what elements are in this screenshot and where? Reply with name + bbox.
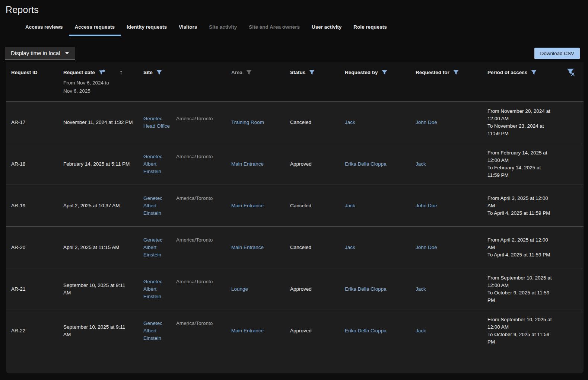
period-from-line: From April 2, 2025 at 12:00 AM xyxy=(487,236,553,251)
area-link[interactable]: Main Entrance xyxy=(231,245,264,250)
display-time-label: Display time in local xyxy=(11,50,60,56)
filter-icon[interactable] xyxy=(156,70,162,75)
cell-period-of-access: From February 14, 2025 at 12:00 AM To Fe… xyxy=(482,149,559,179)
filter-icon[interactable] xyxy=(382,70,387,75)
site-link[interactable]: Genetec Head Office xyxy=(143,115,172,130)
cell-status: Canceled xyxy=(285,244,340,251)
site-link[interactable]: Genetec Albert Einstein xyxy=(143,153,172,175)
requested-by-link[interactable]: Jack xyxy=(345,203,355,208)
cell-request-id: AR-21 xyxy=(6,285,58,293)
cell-requested-for: John Doe xyxy=(410,119,482,126)
cell-requested-by: Erika Della Cioppa xyxy=(340,160,410,168)
requested-by-link[interactable]: Jack xyxy=(345,119,355,125)
tab-identity-requests[interactable]: Identity requests xyxy=(121,20,173,36)
site-link[interactable]: Genetec Albert Einstein xyxy=(143,320,172,342)
clear-filters-icon[interactable] xyxy=(567,68,575,76)
period-from-line: From February 14, 2025 at 12:00 AM xyxy=(487,149,553,164)
area-link[interactable]: Training Room xyxy=(231,119,264,125)
cell-timezone: America/Toronto xyxy=(176,320,213,327)
cell-request-date: February 14, 2025 at 5:11 PM xyxy=(58,160,138,168)
cell-period-of-access: From November 20, 2024 at 12:00 AM To No… xyxy=(482,108,559,137)
area-link[interactable]: Main Entrance xyxy=(231,203,264,208)
requested-by-link[interactable]: Erika Della Cioppa xyxy=(345,161,387,167)
cell-status: Approved xyxy=(285,327,340,335)
cell-area: Lounge xyxy=(226,285,285,293)
requested-for-link[interactable]: Jack xyxy=(416,286,426,292)
caret-down-icon xyxy=(65,52,69,54)
cell-requested-for: John Doe xyxy=(410,244,482,251)
filter-icon[interactable] xyxy=(531,70,537,75)
cell-area: Main Entrance xyxy=(226,327,285,335)
requested-for-link[interactable]: Jack xyxy=(416,161,426,167)
table-row: AR-22 September 10, 2025 at 9:11 AM Gene… xyxy=(6,310,584,351)
table-header: Request ID Request date ↑ From Nov 6, 20… xyxy=(6,62,584,101)
period-from-line: From November 20, 2024 at 12:00 AM xyxy=(487,108,553,122)
column-header-period-of-access: Period of access xyxy=(482,62,559,101)
column-header-requested-by: Requested by xyxy=(340,62,410,101)
requested-for-link[interactable]: Jack xyxy=(416,328,426,333)
cell-timezone: America/Toronto xyxy=(176,236,213,244)
period-from-line: From September 10, 2025 at 12:00 AM xyxy=(487,274,553,289)
cell-request-id: AR-18 xyxy=(6,160,58,168)
tab-access-reviews[interactable]: Access reviews xyxy=(19,20,69,36)
site-link[interactable]: Genetec Albert Einstein xyxy=(143,278,172,300)
cell-site: Genetec Head Office America/Toronto xyxy=(138,115,226,130)
tab-role-requests[interactable]: Role requests xyxy=(347,20,392,36)
cell-request-date: April 2, 2025 at 10:37 AM xyxy=(58,202,138,210)
cell-timezone: America/Toronto xyxy=(176,195,213,202)
cell-request-date: September 10, 2025 at 9:11 AM xyxy=(58,323,138,338)
tab-visitors[interactable]: Visitors xyxy=(173,20,203,36)
cell-site: Genetec Albert Einstein America/Toronto xyxy=(138,153,226,175)
area-link[interactable]: Main Entrance xyxy=(231,161,264,167)
tab-site-activity: Site activity xyxy=(203,20,243,36)
tab-access-requests[interactable]: Access requests xyxy=(69,20,121,36)
cell-timezone: America/Toronto xyxy=(176,153,213,160)
cell-status: Approved xyxy=(285,285,340,293)
cell-timezone: America/Toronto xyxy=(176,115,213,122)
filter-icon[interactable] xyxy=(309,70,315,75)
period-to-line: To April 4, 2025 at 11:59 PM xyxy=(487,210,553,217)
sort-ascending-icon[interactable]: ↑ xyxy=(120,70,123,75)
cell-area: Main Entrance xyxy=(226,202,285,210)
requested-by-link[interactable]: Jack xyxy=(345,245,355,250)
area-link[interactable]: Main Entrance xyxy=(231,328,264,333)
tab-user-activity[interactable]: User activity xyxy=(306,20,347,36)
column-header-site: Site xyxy=(138,62,226,101)
requested-for-link[interactable]: John Doe xyxy=(416,119,437,125)
requested-by-link[interactable]: Erika Della Cioppa xyxy=(345,328,387,333)
download-csv-button[interactable]: Download CSV xyxy=(534,48,580,59)
cell-request-date: September 10, 2025 at 9:11 AM xyxy=(58,282,138,297)
clear-filters-cell xyxy=(559,62,584,101)
cell-site: Genetec Albert Einstein America/Toronto xyxy=(138,320,226,342)
cell-request-date: April 2, 2025 at 11:15 AM xyxy=(58,244,138,251)
cell-requested-for: John Doe xyxy=(410,202,482,210)
cell-request-date: November 11, 2024 at 1:32 PM xyxy=(58,119,138,126)
requested-for-link[interactable]: John Doe xyxy=(416,203,437,208)
table-row: AR-21 September 10, 2025 at 9:11 AM Gene… xyxy=(6,268,584,310)
period-to-line: To November 23, 2024 at 11:59 PM xyxy=(487,122,553,137)
table-row: AR-20 April 2, 2025 at 11:15 AM Genetec … xyxy=(6,226,584,268)
requested-for-link[interactable]: John Doe xyxy=(416,245,437,250)
site-link[interactable]: Genetec Albert Einstein xyxy=(143,195,172,217)
requested-by-link[interactable]: Erika Della Cioppa xyxy=(345,286,387,292)
cell-period-of-access: From September 10, 2025 at 12:00 AM To O… xyxy=(482,316,559,346)
column-header-request-id: Request ID xyxy=(6,62,58,101)
cell-status: Canceled xyxy=(285,119,340,126)
cell-requested-by: Jack xyxy=(340,202,410,210)
column-header-status: Status xyxy=(285,62,340,101)
table-row: AR-18 February 14, 2025 at 5:11 PM Genet… xyxy=(6,143,584,185)
filter-icon-disabled xyxy=(246,70,252,75)
display-time-dropdown[interactable]: Display time in local xyxy=(5,47,75,60)
filter-icon[interactable] xyxy=(453,70,459,75)
cell-period-of-access: From April 3, 2025 at 12:00 AM To April … xyxy=(482,195,559,217)
cell-area: Main Entrance xyxy=(226,160,285,168)
cell-requested-for: Jack xyxy=(410,327,482,335)
table-body: AR-17 November 11, 2024 at 1:32 PM Genet… xyxy=(6,101,584,351)
cell-site: Genetec Albert Einstein America/Toronto xyxy=(138,195,226,217)
column-header-requested-for: Requested for xyxy=(410,62,482,101)
access-requests-table: Request ID Request date ↑ From Nov 6, 20… xyxy=(6,62,584,373)
site-link[interactable]: Genetec Albert Einstein xyxy=(143,236,172,259)
period-to-line: To April 4, 2025 at 11:59 PM xyxy=(487,251,553,259)
filter-applied-icon[interactable] xyxy=(99,70,105,75)
area-link[interactable]: Lounge xyxy=(231,286,248,292)
